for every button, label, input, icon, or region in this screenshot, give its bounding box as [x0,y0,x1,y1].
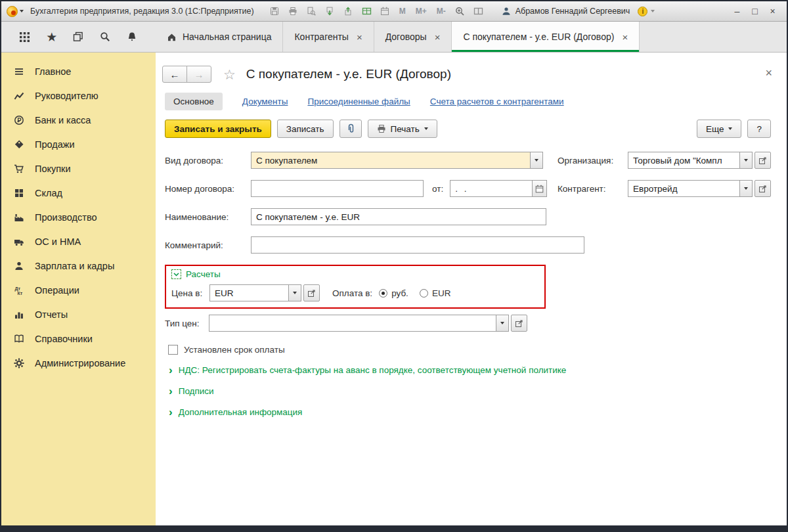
radio-eur[interactable]: EUR [420,288,451,298]
memory-mminus-button[interactable]: M- [433,7,449,16]
price-type-dropdown-icon[interactable] [496,315,508,331]
contract-number-input[interactable] [251,180,424,197]
sidebar-item-operacii[interactable]: ДтКт Операции [1,278,156,302]
nav-link-scheta-raschetov[interactable]: Счета расчетов с контрагентами [430,97,564,106]
expander-nds[interactable]: › НДС: Регистрировать счета-фактуры на а… [169,365,776,376]
main-menu-caret-icon[interactable] [20,10,24,12]
due-date-checkbox[interactable] [168,345,178,355]
calendar-picker-icon[interactable] [532,181,546,196]
contract-type-combo[interactable]: С покупателем [251,152,543,169]
sidebar-item-sklad[interactable]: Склад [1,181,156,205]
collapse-settlements-icon[interactable] [171,269,181,279]
radio-eur-dot-icon[interactable] [420,289,428,298]
calendar-icon[interactable] [378,4,393,18]
name-input[interactable]: С покупателем - у.е. EUR [251,208,546,225]
tab-close-icon[interactable]: × [357,32,362,42]
print-preview-icon[interactable] [304,4,319,18]
user-info[interactable]: Абрамов Геннадий Сергеевич [502,7,630,16]
save-button[interactable]: Записать [277,120,334,138]
nav-tab-osnovnoe[interactable]: Основное [165,93,223,110]
price-type-value[interactable] [209,315,496,331]
radio-eur-label: EUR [432,288,451,298]
info-icon[interactable]: i [638,7,647,16]
nav-link-dokumenty[interactable]: Документы [242,97,288,106]
search-icon[interactable] [97,28,114,45]
memory-m-button[interactable]: M [396,7,409,16]
sidebar-item-prodazhi[interactable]: Продажи [1,132,156,156]
tab-dogovor-active[interactable]: С покупателем - у.е. EUR (Договор) × [452,22,640,52]
organization-value[interactable]: Торговый дом "Компл [628,152,739,168]
sidebar-item-label: Операции [35,285,79,296]
favorites-icon[interactable]: ★ [43,28,60,45]
memory-mplus-button[interactable]: M+ [412,7,430,16]
tab-close-icon[interactable]: × [435,32,441,42]
sidebar-item-spravochniki[interactable]: Справочники [1,326,156,351]
print-icon[interactable] [286,4,301,18]
sidebar-item-zarplata-i-kadry[interactable]: Зарплата и кадры [1,254,156,278]
1c-logo-icon[interactable] [7,6,18,17]
tab-close-icon[interactable]: × [622,32,628,42]
file-save-icon[interactable] [341,4,356,18]
sidebar-item-otchety[interactable]: Отчеты [1,302,156,326]
save-icon[interactable] [267,4,282,18]
tab-dogovory[interactable]: Договоры × [374,22,452,52]
expander-podpisi[interactable]: › Подписи [169,386,776,397]
notifications-bell-icon[interactable] [123,28,141,45]
price-currency-dropdown-icon[interactable] [288,285,301,301]
maximize-button[interactable]: □ [746,4,764,18]
favorite-star-icon[interactable]: ☆ [223,68,236,81]
sidebar-item-os-i-nma[interactable]: ОС и НМА [1,229,156,254]
counterparty-value[interactable]: Евротрейд [628,181,739,196]
contract-type-dropdown-icon[interactable] [530,152,542,168]
price-currency-value[interactable]: EUR [210,285,288,301]
comment-input[interactable] [251,236,584,254]
forward-button[interactable]: → [186,66,211,83]
sidebar-item-glavnoe[interactable]: Главное [1,59,156,83]
sidebar-item-rukovoditelyu[interactable]: Руководителю [1,83,156,108]
settlements-title[interactable]: Расчеты [186,269,221,279]
save-close-button[interactable]: Записать и закрыть [165,120,271,138]
sidebar-item-administrirovanie[interactable]: Администрирование [1,351,156,375]
close-window-button[interactable]: × [764,4,781,18]
price-type-combo[interactable] [209,315,509,332]
help-button[interactable]: ? [747,120,771,138]
date-value[interactable]: . . [450,181,532,196]
more-button[interactable]: Еще [697,120,741,138]
zoom-icon[interactable] [452,4,468,18]
price-currency-open-button[interactable] [303,284,320,301]
file-open-icon[interactable] [322,4,338,18]
sidebar-item-pokupki[interactable]: Покупки [1,156,156,181]
sidebar-item-bank-i-kassa[interactable]: Банк и касса [1,108,156,132]
info-caret-icon[interactable] [651,10,655,12]
document-close-icon[interactable]: × [765,67,772,79]
price-type-open-button[interactable] [511,315,527,332]
price-currency-combo[interactable]: EUR [209,284,301,301]
split-panel-icon[interactable] [471,4,486,18]
expander-label[interactable]: Подписи [179,386,214,396]
attach-file-button[interactable] [339,120,362,138]
nav-link-prisoedinennye-fajly[interactable]: Присоединенные файлы [307,97,410,106]
menu-grid-icon[interactable] [16,28,33,45]
radio-rub-dot-icon[interactable] [379,289,387,298]
due-date-checkbox-row[interactable]: Установлен срок оплаты [168,345,776,355]
sidebar-item-proizvodstvo[interactable]: Производство [1,205,156,229]
organization-open-button[interactable] [755,152,771,169]
counterparty-open-button[interactable] [755,180,771,197]
print-button[interactable]: Печать [368,120,437,138]
expander-label[interactable]: НДС: Регистрировать счета-фактуры на ава… [179,365,567,375]
tab-home[interactable]: Начальная страница [156,22,283,52]
back-button[interactable]: ← [162,66,187,83]
counterparty-dropdown-icon[interactable] [739,181,752,196]
tab-kontragenty[interactable]: Контрагенты × [283,22,374,52]
history-windows-icon[interactable] [70,28,87,45]
date-input[interactable]: . . [450,180,547,197]
expander-dop-informaciya[interactable]: › Дополнительная информация [169,407,776,418]
contract-type-value[interactable]: С покупателем [252,152,530,168]
counterparty-combo[interactable]: Евротрейд [628,180,753,197]
show-table-icon[interactable] [359,4,374,18]
organization-combo[interactable]: Торговый дом "Компл [628,152,753,169]
expander-label[interactable]: Дополнительная информация [179,407,303,417]
minimize-button[interactable]: – [728,4,746,18]
organization-dropdown-icon[interactable] [739,152,752,168]
radio-rub[interactable]: руб. [379,288,408,298]
